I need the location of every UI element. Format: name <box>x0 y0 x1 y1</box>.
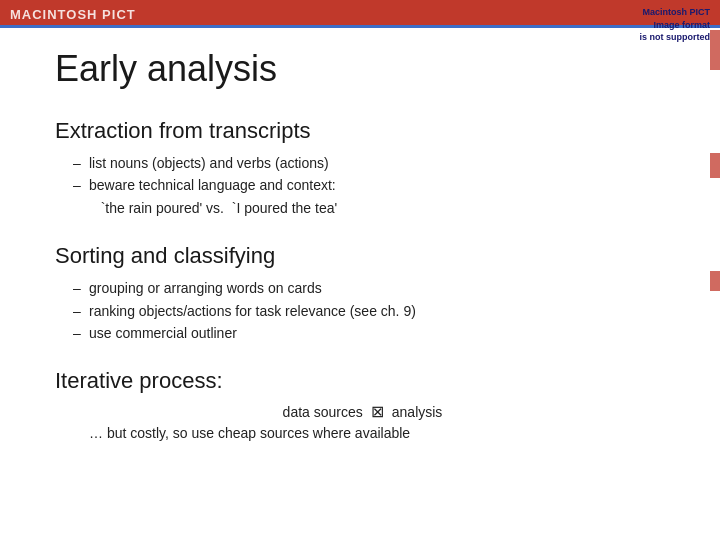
bullet-list-sorting: grouping or arranging words on cards ran… <box>73 277 670 344</box>
main-content: Early analysis Extraction from transcrip… <box>0 28 720 485</box>
list-item: grouping or arranging words on cards <box>73 277 670 299</box>
banner-text: MACINTOSH PICT <box>10 7 136 22</box>
iterative-label-left: data sources <box>283 404 363 420</box>
section-heading-sorting: Sorting and classifying <box>55 243 670 269</box>
right-bar-1 <box>710 30 720 70</box>
list-item: list nouns (objects) and verbs (actions) <box>73 152 670 174</box>
bullet-list-extraction: list nouns (objects) and verbs (actions)… <box>73 152 670 219</box>
section-extraction: Extraction from transcripts list nouns (… <box>55 118 670 219</box>
iterative-arrow: ⊠ <box>371 402 384 421</box>
section-iterative: Iterative process: data sources ⊠ analys… <box>55 368 670 441</box>
right-side-bars <box>706 30 720 450</box>
section-sorting: Sorting and classifying grouping or arra… <box>55 243 670 344</box>
right-bar-2 <box>710 153 720 178</box>
iterative-row: data sources ⊠ analysis <box>55 402 670 421</box>
ellipsis-line: … but costly, so use cheap sources where… <box>73 425 670 441</box>
top-banner: MACINTOSH PICT <box>0 0 720 28</box>
list-item: use commercial outliner <box>73 322 670 344</box>
section-heading-iterative: Iterative process: <box>55 368 670 394</box>
section-heading-extraction: Extraction from transcripts <box>55 118 670 144</box>
page-title: Early analysis <box>55 48 670 90</box>
iterative-label-right: analysis <box>392 404 443 420</box>
right-bar-3 <box>710 271 720 291</box>
list-item: ranking objects/actions for task relevan… <box>73 300 670 322</box>
list-item: beware technical language and context: `… <box>73 174 670 219</box>
